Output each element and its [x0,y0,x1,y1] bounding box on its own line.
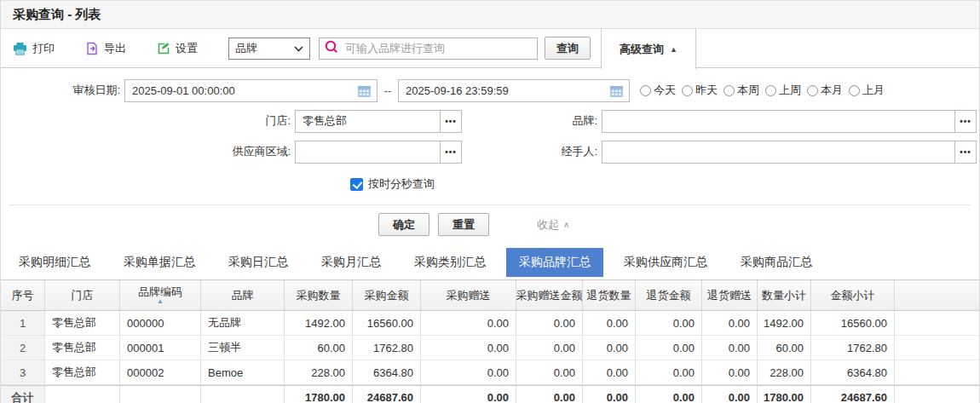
page-title: 采购查询 - 列表 [13,7,101,23]
table-cell: 0.00 [636,311,702,335]
supplier-area-value[interactable] [296,141,440,163]
table-cell: 1492.00 [758,311,811,335]
advanced-query-panel: 审核日期: -- 今天 昨天 本周 上周 本月 上月 [1,68,979,245]
tab-purchase-brand-summary[interactable]: 采购品牌汇总 [506,248,603,277]
column-header[interactable]: 数量小计 [758,280,811,310]
date-range-separator: -- [378,84,398,97]
total-cell: 1780.00 [285,386,353,403]
table-cell: 0.00 [583,336,636,360]
total-cell: 0.00 [702,386,758,403]
handler-label: 经手人: [465,144,602,159]
date-from-input[interactable] [125,84,377,97]
confirm-button[interactable]: 确定 [378,213,429,236]
radio-last-month[interactable]: 上月 [849,83,885,98]
column-header[interactable]: 退货数量 [583,280,636,310]
table-cell: 1762.80 [353,336,421,360]
supplier-area-lookup-button[interactable]: ••• [440,141,461,163]
column-header[interactable]: 采购赠送 [421,280,516,310]
print-button[interactable]: 打印 [13,41,55,56]
radio-today[interactable]: 今天 [640,83,676,98]
column-header[interactable]: 金额小计 [811,280,895,310]
table-cell: 0.00 [421,336,516,360]
store-value[interactable]: 零售总部 [296,111,440,132]
tab-purchase-detail-summary[interactable]: 采购明细汇总 [6,248,103,277]
search-field-select[interactable]: 品牌 [228,37,310,60]
settings-button[interactable]: 设置 [157,41,198,56]
tab-purchase-month-summary[interactable]: 采购月汇总 [308,248,394,277]
table-cell: 0.00 [702,311,758,335]
radio-yesterday[interactable]: 昨天 [682,83,718,98]
page-title-bar: 采购查询 - 列表 [1,0,979,29]
advanced-query-toggle[interactable]: 高级查询 ▲ [601,29,696,69]
table-row[interactable]: 1零售总部000000无品牌1492.0016560.000.000.000.0… [1,311,979,336]
total-cell [45,386,120,403]
export-icon [85,42,99,55]
radio-this-week[interactable]: 本周 [723,83,759,98]
tab-purchase-doc-summary[interactable]: 采购单据汇总 [111,248,208,277]
table-cell: 60.00 [758,336,811,360]
export-button[interactable]: 导出 [85,41,126,56]
brand-value[interactable] [602,111,954,132]
total-cell: 24687.60 [353,386,421,403]
chevron-down-icon [294,42,303,55]
brand-lookup-button[interactable]: ••• [954,111,976,132]
calendar-icon[interactable] [357,84,372,101]
time-precision-row: 按时分秒查询 [350,176,979,193]
tab-purchase-supplier-summary[interactable]: 采购供应商汇总 [611,248,720,277]
column-header[interactable]: 品牌编码▲ [120,280,201,310]
table-cell: 228.00 [758,360,811,384]
radio-this-month[interactable]: 本月 [807,83,843,98]
column-header[interactable]: 退货金额 [636,280,702,310]
column-header[interactable]: 采购金额 [353,280,421,310]
table-cell: 0.00 [516,311,583,335]
date-to-field [398,79,630,102]
collapse-toggle[interactable]: 收起 ∧ [537,217,569,233]
radio-icon [849,85,860,96]
column-header[interactable]: 门店 [45,280,120,310]
radio-icon [807,85,818,96]
store-label: 门店: [1,113,295,129]
column-header[interactable]: 采购数量 [285,280,353,310]
brand-field: ••• [602,110,977,133]
total-cell: 0.00 [583,386,636,403]
radio-last-week[interactable]: 上周 [765,83,801,98]
settings-label: 设置 [176,41,198,56]
total-cell: 0.00 [516,386,583,403]
calendar-icon[interactable] [609,84,624,101]
column-header[interactable]: 采购赠送金额 [516,280,583,310]
date-to-input[interactable] [399,84,629,97]
table-cell: 0.00 [516,336,583,360]
table-cell: 0.00 [636,336,702,360]
table-cell: 1492.00 [285,311,353,335]
column-header[interactable]: 退货赠送 [702,280,758,310]
handler-lookup-button[interactable]: ••• [954,141,976,163]
store-lookup-button[interactable]: ••• [440,111,461,132]
tab-purchase-day-summary[interactable]: 采购日汇总 [216,248,301,277]
table-cell: 0.00 [583,311,636,335]
table-row[interactable]: 3零售总部000002Bemoe228.006364.800.000.000.0… [1,360,979,385]
column-header[interactable]: 序号 [1,280,45,310]
reset-button[interactable]: 重置 [438,213,489,236]
handler-value[interactable] [602,141,954,163]
total-cell: 合计 [1,386,45,403]
checkbox-icon[interactable] [350,178,363,191]
supplier-handler-row: 供应商区域: ••• 经手人: ••• [1,140,979,164]
tab-purchase-product-summary[interactable]: 采购商品汇总 [728,248,825,277]
column-header[interactable]: 品牌 [201,280,285,310]
radio-label: 本周 [737,83,759,98]
search-input[interactable] [343,41,532,55]
table-cell: 000001 [120,336,201,360]
table-row[interactable]: 2零售总部000001三顿半60.001762.800.000.000.000.… [1,336,979,360]
total-cell [201,386,285,403]
summary-tabs: 采购明细汇总 采购单据汇总 采购日汇总 采购月汇总 采购类别汇总 采购品牌汇总 … [1,245,979,279]
query-button[interactable]: 查询 [545,37,591,60]
table-cell: 60.00 [285,336,353,360]
tab-purchase-category-summary[interactable]: 采购类别汇总 [401,248,499,277]
total-cell: 24687.60 [811,386,895,403]
radio-label: 上周 [779,83,801,98]
column-header-label: 品牌编码 [138,286,182,298]
table-cell: 16560.00 [353,311,421,335]
table-cell: 2 [1,336,45,360]
purchase-query-window: 采购查询 - 列表 打印 导出 设置 品牌 [0,0,980,403]
table-cell: 16560.00 [811,311,895,335]
